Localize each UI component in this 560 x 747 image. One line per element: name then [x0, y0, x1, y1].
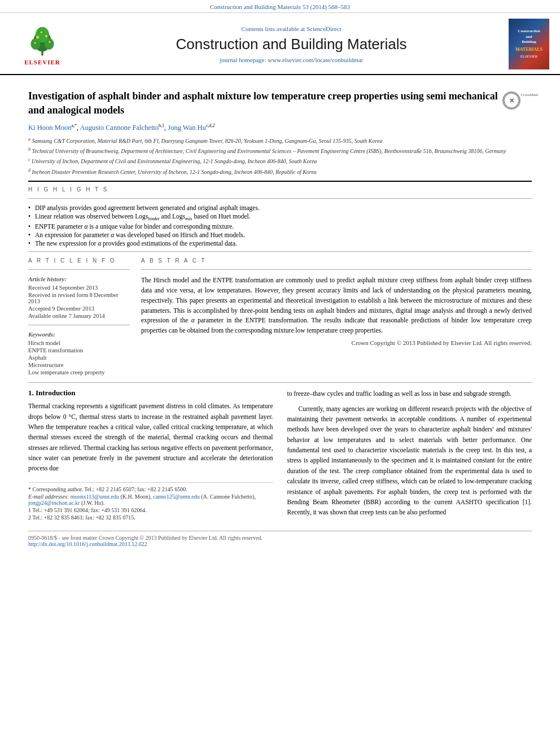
- divider-body: [28, 382, 532, 383]
- highlights-label: H I G H L I G H T S: [28, 186, 532, 193]
- article-info-abstract: A R T I C L E I N F O Article history: R…: [28, 257, 532, 377]
- elsevier-tree-icon: [25, 23, 59, 56]
- history-online: Available online 7 January 2014: [28, 313, 130, 319]
- crossmark-text: CrossMark: [520, 93, 538, 97]
- body-section: 1. Introduction Thermal cracking represe…: [28, 388, 532, 522]
- journal-citation: Construction and Building Materials 53 (…: [210, 3, 350, 10]
- svg-text:✕: ✕: [509, 97, 514, 104]
- svg-point-9: [49, 41, 50, 43]
- authors: Ki Hoon Moona,*, Augusto Cannone Falchet…: [28, 123, 532, 132]
- fn-corresponding: * Corresponding author. Tel.: +82 2 2145…: [28, 486, 273, 492]
- sciencedirect-link[interactable]: ScienceDirect: [307, 25, 342, 32]
- highlight-5: The new expression for α provides good e…: [28, 240, 532, 247]
- keyword-3: Asphalt: [28, 355, 130, 361]
- email-hu[interactable]: jongp24@inchon.ac.kr: [28, 500, 80, 506]
- crossmark-icon: ✕: [504, 93, 519, 108]
- history-received: Received 14 September 2013: [28, 285, 130, 291]
- keyword-2: ENPTE transformation: [28, 347, 130, 353]
- copyright-line: Crown Copyright © 2013 Published by Else…: [141, 339, 532, 346]
- affil-c: c University of Inchon, Department of Ci…: [28, 156, 532, 165]
- article-title-section: Investigation of asphalt binder and asph…: [28, 89, 532, 117]
- keyword-1: Hirsch model: [28, 340, 130, 346]
- body-right-text: to freeze–thaw cycles and traffic loadin…: [287, 388, 532, 518]
- body-left-col: 1. Introduction Thermal cracking represe…: [28, 388, 273, 522]
- highlights-section: H I G H L I G H T S DIP analysis provide…: [28, 186, 532, 252]
- highlight-4: An expression for parameter α was develo…: [28, 231, 532, 238]
- affil-d: d Incheon Disaster Prevention Research C…: [28, 167, 532, 176]
- bottom-bar: 0950-0618/$ - see front matter Crown Cop…: [28, 531, 532, 551]
- keyword-4: Microstructure: [28, 362, 130, 368]
- author-moon: Ki Hoon Moon: [28, 124, 71, 132]
- header-center: Contents lists available at ScienceDirec…: [76, 19, 506, 69]
- fn-1: 1 Tel.: +49 531 391 62064; fax: +49 531 …: [28, 507, 273, 513]
- body-right-col: to freeze–thaw cycles and traffic loadin…: [287, 388, 532, 522]
- abstract-text: The Hirsch model and the ENTPE transform…: [141, 276, 532, 336]
- svg-point-6: [45, 35, 47, 37]
- affil-b: b Technical University of Braunschweig, …: [28, 146, 532, 155]
- abstract-col: A B S T R A C T The Hirsch model and the…: [141, 257, 532, 377]
- elsevier-text: ELSEVIER: [24, 59, 60, 65]
- cover-image: Construction and Building MATERIALS ELSE…: [509, 19, 549, 69]
- crossmark-badge[interactable]: ✕: [502, 91, 520, 110]
- email-cannone[interactable]: canno125@umn.edu: [153, 493, 200, 500]
- affiliations: a Samsung C&T Corporation, Material R&D …: [28, 136, 532, 176]
- history-accepted: Accepted 9 December 2013: [28, 305, 130, 312]
- journal-homepage: journal homepage: www.elsevier.com/locat…: [76, 56, 506, 63]
- homepage-url[interactable]: www.elsevier.com/locate/conbuildmat: [268, 56, 363, 63]
- author-hu: Jong Wan Hu: [168, 124, 206, 132]
- header-section: ELSEVIER Contents lists available at Sci…: [0, 13, 560, 75]
- svg-point-8: [34, 42, 36, 43]
- svg-point-4: [36, 27, 49, 42]
- article-info-col: A R T I C L E I N F O Article history: R…: [28, 257, 130, 377]
- page: Construction and Building Materials 53 (…: [0, 0, 560, 747]
- contents-line: Contents lists available at ScienceDirec…: [76, 25, 506, 32]
- abstract-label: A B S T R A C T: [141, 257, 532, 264]
- journal-cover: Construction and Building MATERIALS ELSE…: [506, 19, 552, 69]
- affil-a: a Samsung C&T Corporation, Material R&D …: [28, 136, 532, 145]
- history-label: Article history:: [28, 276, 130, 282]
- intro-heading: 1. Introduction: [28, 388, 273, 397]
- svg-point-7: [41, 31, 42, 33]
- elsevier-logo: ELSEVIER: [8, 19, 76, 69]
- highlight-3: ENPTE parameter α is a unique value for …: [28, 223, 532, 230]
- highlight-2: Linear relation was observed between Log…: [28, 213, 532, 221]
- divider-info: [28, 269, 130, 270]
- journal-bar: Construction and Building Materials 53 (…: [0, 0, 560, 13]
- divider-abstract: [141, 269, 532, 270]
- article-info-label: A R T I C L E I N F O: [28, 257, 130, 264]
- divider-keywords: [28, 325, 130, 325]
- crossmark-area: ✕ CrossMark: [509, 89, 532, 110]
- issn-line: 0950-0618/$ - see front matter Crown Cop…: [28, 535, 532, 541]
- doi-link[interactable]: http://dx.doi.org/10.1016/j.conbuildmat.…: [28, 541, 147, 547]
- article-content: Investigation of asphalt binder and asph…: [0, 75, 560, 556]
- highlight-1: DIP analysis provides good agreement bet…: [28, 204, 532, 211]
- fn-email: E-mail addresses: moonx113@umn.edu (K.H.…: [28, 493, 273, 506]
- keywords-label: Keywords:: [28, 331, 130, 338]
- fn-2: 2 Tel.: +82 32 835 8463; fax: +82 32 835…: [28, 514, 273, 521]
- divider-thick: [28, 181, 532, 182]
- body-two-col: 1. Introduction Thermal cracking represe…: [28, 388, 532, 522]
- doi-line: http://dx.doi.org/10.1016/j.conbuildmat.…: [28, 541, 532, 547]
- footnotes: * Corresponding author. Tel.: +82 2 2145…: [28, 482, 273, 521]
- svg-point-5: [36, 36, 39, 38]
- divider-highlights-end: [28, 251, 532, 252]
- journal-title: Construction and Building Materials: [76, 36, 506, 53]
- keyword-5: Low temperature creep property: [28, 369, 130, 375]
- history-revised: Received in revised form 8 December 2013: [28, 292, 130, 304]
- article-title: Investigation of asphalt binder and asph…: [28, 89, 509, 117]
- author-falchetto: Augusto Cannone Falchetto: [80, 124, 159, 132]
- body-left-text: Thermal cracking represents a significan…: [28, 401, 273, 474]
- email-moon[interactable]: moonx113@umn.edu: [71, 493, 119, 500]
- divider-highlights: [28, 198, 532, 199]
